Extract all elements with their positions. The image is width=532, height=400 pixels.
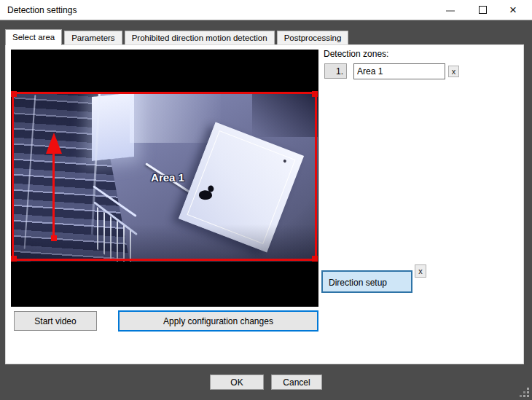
tab-select-area[interactable]: Select area: [5, 29, 62, 45]
window-title: Detection settings: [7, 5, 77, 15]
direction-remove-button[interactable]: x: [415, 264, 426, 278]
selection-handle[interactable]: [312, 256, 318, 262]
zone-name-input[interactable]: [353, 63, 445, 79]
zone-index-button[interactable]: 1.: [324, 63, 347, 79]
direction-arrow-icon[interactable]: [46, 133, 62, 154]
tab-strip: Select area Parameters Prohibited direct…: [5, 29, 348, 45]
detection-zones-heading: Detection zones:: [324, 49, 388, 59]
tab-prohibited-direction[interactable]: Prohibited direction motion detection: [125, 31, 275, 45]
zone-remove-button[interactable]: x: [448, 66, 459, 77]
selection-handle[interactable]: [11, 256, 17, 262]
minimize-button[interactable]: [434, 0, 466, 20]
title-bar[interactable]: Detection settings ×: [0, 0, 532, 20]
zone-overlay-label: Area 1: [117, 171, 219, 184]
tab-postprocessing[interactable]: Postprocessing: [277, 31, 349, 45]
maximize-button[interactable]: [466, 0, 499, 20]
resize-grip-icon[interactable]: [518, 386, 530, 398]
tab-parameters[interactable]: Parameters: [64, 31, 122, 45]
selection-handle[interactable]: [312, 91, 318, 97]
direction-arrow-handle[interactable]: [51, 235, 57, 241]
close-button[interactable]: ×: [499, 0, 532, 20]
apply-configuration-button[interactable]: Apply configuration changes: [118, 310, 318, 332]
video-preview[interactable]: Area 1: [11, 50, 318, 307]
detection-settings-dialog: Detection settings × Select area Paramet…: [0, 0, 532, 400]
direction-arrow-line[interactable]: [52, 152, 55, 238]
start-video-button[interactable]: Start video: [14, 311, 97, 331]
cancel-button[interactable]: Cancel: [271, 374, 322, 390]
selection-handle[interactable]: [11, 91, 17, 97]
ok-button[interactable]: OK: [210, 374, 264, 390]
close-icon: ×: [509, 2, 517, 18]
maximize-icon: [479, 6, 487, 14]
minimize-icon: [446, 10, 455, 12]
direction-setup-button[interactable]: Direction setup: [321, 270, 412, 293]
